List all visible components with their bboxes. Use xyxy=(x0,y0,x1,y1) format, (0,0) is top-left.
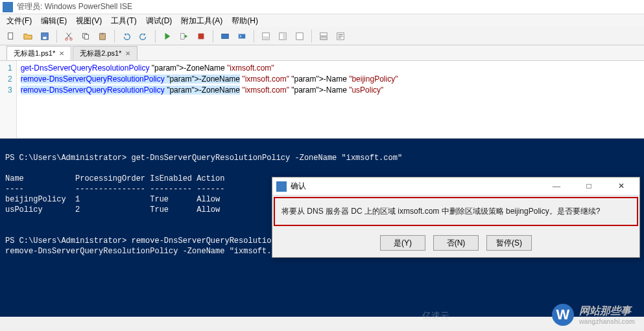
show-command-icon[interactable] xyxy=(333,29,348,43)
yes-button[interactable]: 是(Y) xyxy=(380,235,425,251)
dialog-body: 将要从 DNS 服务器 DC 上的区域 ixmsoft.com 中删除区域级策略… xyxy=(274,197,638,226)
run-icon[interactable] xyxy=(160,29,174,43)
toolbar xyxy=(0,27,644,45)
app-icon xyxy=(276,181,287,192)
watermark: W 网站那些事 wangzhanshi.com xyxy=(552,304,635,326)
dialog-buttons: 是(Y) 否(N) 暂停(S) xyxy=(272,227,639,257)
menu-edit[interactable]: 编辑(E) xyxy=(37,15,71,27)
tab-untitled1[interactable]: 无标题1.ps1*✕ xyxy=(6,46,71,60)
window-title: 管理员: Windows PowerShell ISE xyxy=(17,1,132,12)
svg-rect-17 xyxy=(296,32,304,40)
line-gutter: 123 xyxy=(0,61,17,138)
close-icon[interactable]: ✕ xyxy=(607,181,636,191)
svg-rect-14 xyxy=(263,36,270,40)
layout3-icon[interactable] xyxy=(292,29,307,43)
watermark-logo: W xyxy=(552,304,574,326)
svg-rect-16 xyxy=(283,32,286,40)
layout2-icon[interactable] xyxy=(276,29,290,43)
stop-icon[interactable] xyxy=(194,29,208,43)
script-tabs: 无标题1.ps1*✕ 无标题2.ps1*✕ xyxy=(0,45,644,61)
menu-file[interactable]: 文件(F) xyxy=(3,15,36,27)
script-editor[interactable]: 123 get-DnsServerQueryResolutionPolicy "… xyxy=(0,61,644,139)
menu-view[interactable]: 视图(V) xyxy=(72,15,106,27)
svg-rect-2 xyxy=(43,36,46,39)
svg-rect-8 xyxy=(101,32,104,34)
new-icon[interactable] xyxy=(4,29,18,43)
toolbar-separator xyxy=(213,30,213,43)
redo-icon[interactable] xyxy=(136,29,150,43)
save-icon[interactable] xyxy=(38,29,52,43)
undo-icon[interactable] xyxy=(119,29,134,43)
paste-icon[interactable] xyxy=(95,29,110,43)
new-remote-icon[interactable] xyxy=(218,29,232,43)
show-script-icon[interactable] xyxy=(316,29,331,43)
powershell-tab-icon[interactable] xyxy=(235,29,249,43)
close-icon[interactable]: ✕ xyxy=(125,50,130,57)
tab-untitled2[interactable]: 无标题2.ps1*✕ xyxy=(73,46,137,60)
copy-icon[interactable] xyxy=(78,29,93,43)
dialog-title: 确认 xyxy=(291,181,306,192)
svg-rect-9 xyxy=(181,33,184,39)
svg-rect-18 xyxy=(320,32,328,35)
watermark-alt: 亿速云 xyxy=(422,310,449,322)
menu-debug[interactable]: 调试(D) xyxy=(142,15,176,27)
watermark-sub: wangzhanshi.com xyxy=(579,318,635,325)
toolbar-separator xyxy=(311,30,312,43)
toolbar-separator xyxy=(56,30,57,43)
menu-bar: 文件(F) 编辑(E) 视图(V) 工具(T) 调试(D) 附加工具(A) 帮助… xyxy=(0,14,644,27)
code-area[interactable]: get-DnsServerQueryResolutionPolicy "para… xyxy=(17,61,644,138)
run-selection-icon[interactable] xyxy=(177,29,191,43)
layout1-icon[interactable] xyxy=(259,29,273,43)
svg-rect-0 xyxy=(8,32,13,39)
menu-tools[interactable]: 工具(T) xyxy=(107,15,140,27)
tab-label: 无标题1.ps1* xyxy=(14,49,55,58)
menu-help[interactable]: 帮助(H) xyxy=(228,15,262,27)
svg-rect-6 xyxy=(84,34,88,39)
toolbar-separator xyxy=(155,30,156,43)
open-icon[interactable] xyxy=(21,29,35,43)
toolbar-separator xyxy=(114,30,115,43)
watermark-text: 网站那些事 xyxy=(579,304,635,318)
app-icon xyxy=(3,2,13,12)
dialog-message: 将要从 DNS 服务器 DC 上的区域 ixmsoft.com 中删除区域级策略… xyxy=(281,205,630,218)
dialog-titlebar: 确认 — □ ✕ xyxy=(272,177,639,196)
menu-addons[interactable]: 附加工具(A) xyxy=(177,15,226,27)
svg-rect-10 xyxy=(198,33,204,39)
svg-rect-11 xyxy=(222,34,229,38)
pause-button[interactable]: 暂停(S) xyxy=(486,235,532,251)
no-button[interactable]: 否(N) xyxy=(433,235,479,251)
tab-label: 无标题2.ps1* xyxy=(80,49,121,58)
minimize-icon[interactable]: — xyxy=(542,181,571,191)
maximize-icon[interactable]: □ xyxy=(575,181,603,191)
cut-icon[interactable] xyxy=(62,29,76,43)
window-titlebar: 管理员: Windows PowerShell ISE xyxy=(0,0,644,14)
close-icon[interactable]: ✕ xyxy=(59,50,64,57)
svg-rect-19 xyxy=(320,36,328,39)
confirm-dialog: 确认 — □ ✕ 将要从 DNS 服务器 DC 上的区域 ixmsoft.com… xyxy=(272,177,640,258)
svg-rect-12 xyxy=(239,34,246,38)
toolbar-separator xyxy=(254,30,254,43)
